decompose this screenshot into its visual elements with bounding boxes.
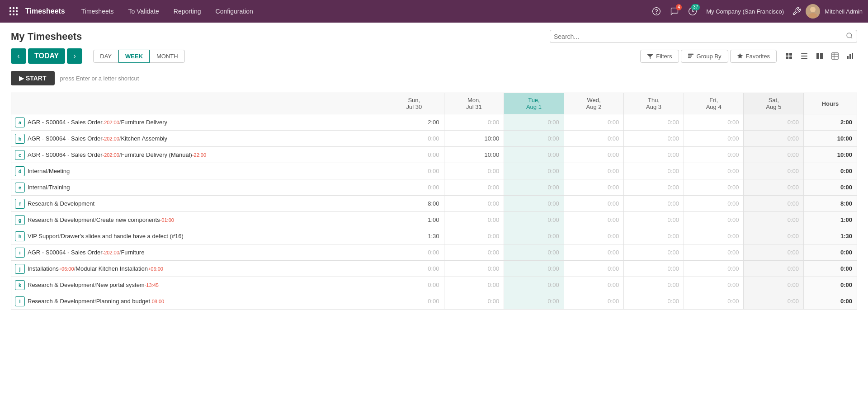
day-view-btn[interactable]: DAY xyxy=(93,50,118,63)
today-btn[interactable]: TODAY xyxy=(28,48,65,64)
settings-icon-btn[interactable] xyxy=(789,4,804,19)
tue-cell[interactable]: 0:00 xyxy=(504,196,564,212)
wed-cell[interactable]: 0:00 xyxy=(564,277,624,293)
task-cell[interactable]: b AGR - S00064 - Sales Order -202:00 / K… xyxy=(11,131,384,147)
sun-cell[interactable]: 2:00 xyxy=(384,114,444,131)
row-letter[interactable]: b xyxy=(15,134,25,144)
sun-cell[interactable]: 0:00 xyxy=(384,261,444,277)
start-button[interactable]: ▶ START xyxy=(11,71,55,85)
month-view-btn[interactable]: MONTH xyxy=(150,50,185,63)
thu-cell[interactable]: 0:00 xyxy=(624,114,684,131)
wed-cell[interactable]: 0:00 xyxy=(564,179,624,196)
sun-cell[interactable]: 1:00 xyxy=(384,212,444,228)
fri-cell[interactable]: 0:00 xyxy=(684,196,744,212)
fri-cell[interactable]: 0:00 xyxy=(684,163,744,179)
nav-reporting[interactable]: Reporting xyxy=(166,0,208,23)
search-icon[interactable] xyxy=(846,32,853,41)
table-row[interactable]: g Research & Development / Create new co… xyxy=(11,212,857,228)
sun-cell[interactable]: 0:00 xyxy=(384,131,444,147)
task-cell[interactable]: j Installations +06:00 / Modular Kitchen… xyxy=(11,261,384,277)
table-row[interactable]: a AGR - S00064 - Sales Order -202:00 / F… xyxy=(11,114,857,131)
sun-cell[interactable]: 8:00 xyxy=(384,196,444,212)
thu-cell[interactable]: 0:00 xyxy=(624,163,684,179)
sat-cell[interactable]: 0:00 xyxy=(744,179,804,196)
sat-cell[interactable]: 0:00 xyxy=(744,244,804,261)
thu-cell[interactable]: 0:00 xyxy=(624,293,684,310)
row-letter[interactable]: i xyxy=(15,248,25,258)
thu-cell[interactable]: 0:00 xyxy=(624,147,684,163)
tue-cell[interactable]: 0:00 xyxy=(504,261,564,277)
table-row[interactable]: f Research & Development8:000:000:000:00… xyxy=(11,196,857,212)
thu-cell[interactable]: 0:00 xyxy=(624,244,684,261)
kanban-view-btn[interactable] xyxy=(782,49,796,63)
apps-icon[interactable] xyxy=(5,3,22,19)
sun-cell[interactable]: 0:00 xyxy=(384,147,444,163)
group-by-btn[interactable]: Group By xyxy=(681,50,728,63)
tue-cell[interactable]: 0:00 xyxy=(504,277,564,293)
task-cell[interactable]: h VIP Support / Drawer's slides and hand… xyxy=(11,228,384,244)
thu-cell[interactable]: 0:00 xyxy=(624,131,684,147)
week-view-btn[interactable]: WEEK xyxy=(118,50,150,63)
row-letter[interactable]: f xyxy=(15,199,25,209)
task-cell[interactable]: g Research & Development / Create new co… xyxy=(11,212,384,228)
task-cell[interactable]: d Internal / Meeting xyxy=(11,163,384,179)
row-letter[interactable]: h xyxy=(15,231,25,241)
sat-cell[interactable]: 0:00 xyxy=(744,212,804,228)
fri-cell[interactable]: 0:00 xyxy=(684,212,744,228)
mon-cell[interactable]: 0:00 xyxy=(444,179,504,196)
task-cell[interactable]: f Research & Development xyxy=(11,196,384,212)
tue-cell[interactable]: 0:00 xyxy=(504,131,564,147)
row-letter[interactable]: g xyxy=(15,215,25,225)
table-row[interactable]: j Installations +06:00 / Modular Kitchen… xyxy=(11,261,857,277)
wed-cell[interactable]: 0:00 xyxy=(564,196,624,212)
wed-cell[interactable]: 0:00 xyxy=(564,244,624,261)
sat-cell[interactable]: 0:00 xyxy=(744,163,804,179)
wed-cell[interactable]: 0:00 xyxy=(564,163,624,179)
mon-cell[interactable]: 0:00 xyxy=(444,163,504,179)
support-icon-btn[interactable] xyxy=(648,3,665,19)
mon-cell[interactable]: 10:00 xyxy=(444,131,504,147)
nav-to-validate[interactable]: To Validate xyxy=(121,0,166,23)
row-letter[interactable]: j xyxy=(15,264,25,274)
favorites-btn[interactable]: Favorites xyxy=(730,50,777,63)
chart-view-btn[interactable] xyxy=(844,49,857,63)
table-row[interactable]: i AGR - S00064 - Sales Order -202:00 / F… xyxy=(11,244,857,261)
fri-cell[interactable]: 0:00 xyxy=(684,261,744,277)
wed-cell[interactable]: 0:00 xyxy=(564,147,624,163)
thu-cell[interactable]: 0:00 xyxy=(624,261,684,277)
search-input[interactable] xyxy=(554,33,846,40)
wed-cell[interactable]: 0:00 xyxy=(564,293,624,310)
task-cell[interactable]: c AGR - S00064 - Sales Order -202:00 / F… xyxy=(11,147,384,163)
fri-cell[interactable]: 0:00 xyxy=(684,244,744,261)
mon-cell[interactable]: 0:00 xyxy=(444,293,504,310)
mon-cell[interactable]: 0:00 xyxy=(444,277,504,293)
thu-cell[interactable]: 0:00 xyxy=(624,179,684,196)
row-letter[interactable]: e xyxy=(15,183,25,192)
mon-cell[interactable]: 0:00 xyxy=(444,196,504,212)
mon-cell[interactable]: 0:00 xyxy=(444,114,504,131)
wed-cell[interactable]: 0:00 xyxy=(564,114,624,131)
thu-cell[interactable]: 0:00 xyxy=(624,196,684,212)
row-letter[interactable]: c xyxy=(15,150,25,160)
fri-cell[interactable]: 0:00 xyxy=(684,114,744,131)
table-row[interactable]: b AGR - S00064 - Sales Order -202:00 / K… xyxy=(11,131,857,147)
mon-cell[interactable]: 0:00 xyxy=(444,212,504,228)
row-letter[interactable]: d xyxy=(15,166,25,176)
fri-cell[interactable]: 0:00 xyxy=(684,277,744,293)
sun-cell[interactable]: 0:00 xyxy=(384,293,444,310)
task-cell[interactable]: e Internal / Training xyxy=(11,179,384,196)
table-row[interactable]: e Internal / Training0:000:000:000:000:0… xyxy=(11,179,857,196)
table-row[interactable]: l Research & Development / Planning and … xyxy=(11,293,857,310)
mon-cell[interactable]: 0:00 xyxy=(444,244,504,261)
table-row[interactable]: h VIP Support / Drawer's slides and hand… xyxy=(11,228,857,244)
wed-cell[interactable]: 0:00 xyxy=(564,228,624,244)
tue-cell[interactable]: 0:00 xyxy=(504,163,564,179)
sat-cell[interactable]: 0:00 xyxy=(744,131,804,147)
tue-cell[interactable]: 0:00 xyxy=(504,244,564,261)
mon-cell[interactable]: 10:00 xyxy=(444,147,504,163)
wed-cell[interactable]: 0:00 xyxy=(564,131,624,147)
row-letter[interactable]: a xyxy=(15,117,25,127)
sun-cell[interactable]: 1:30 xyxy=(384,228,444,244)
sat-cell[interactable]: 0:00 xyxy=(744,114,804,131)
table-row[interactable]: d Internal / Meeting0:000:000:000:000:00… xyxy=(11,163,857,179)
